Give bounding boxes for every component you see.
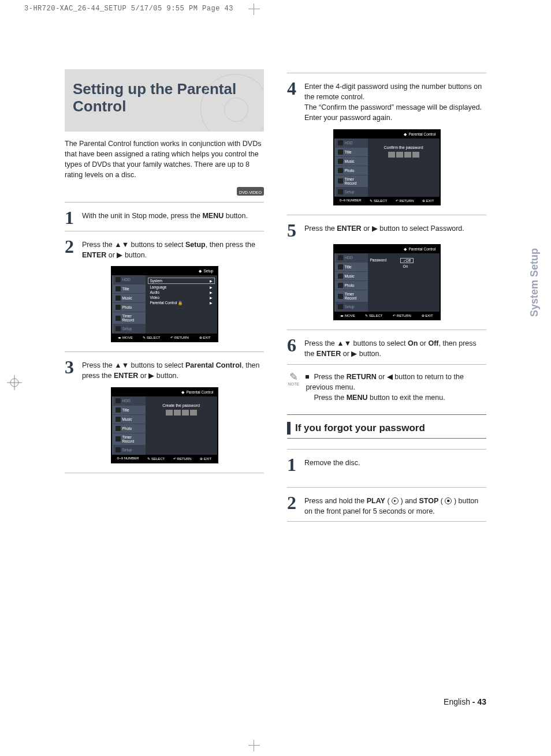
osd-option-on: On <box>400 264 414 269</box>
osd-password-toggle: ◆Parental Control HDD Title Music Photo … <box>333 244 441 320</box>
divider <box>287 449 486 450</box>
play-icon: ▸ <box>392 497 399 504</box>
step-6: 6 Press the ▲▼ buttons to select On or O… <box>287 337 486 359</box>
step-number: 2 <box>65 238 76 260</box>
crop-mark-bottom <box>248 740 260 751</box>
password-boxes <box>148 410 215 416</box>
osd-create-password: ◆Parental Control HDD Title Music Photo … <box>111 387 218 463</box>
step-number: 1 <box>65 209 76 226</box>
step-text: Press and hold the PLAY ( ▸ ) and STOP (… <box>304 495 486 517</box>
forgot-step-2: 2 Press and hold the PLAY ( ▸ ) and STOP… <box>287 495 486 517</box>
osd-option-label: Password <box>370 258 396 270</box>
step-3: 3 Press the ▲▼ buttons to select Parenta… <box>65 359 264 381</box>
step-1: 1 With the unit in Stop mode, press the … <box>65 209 264 226</box>
osd-main: System▶ Language▶ Audio▶ Video▶ Parental… <box>146 275 217 334</box>
note-icon: ✎ NOTE <box>287 372 300 386</box>
step-4: 4 Enter the 4-digit password using the n… <box>287 80 486 123</box>
divider <box>65 231 264 231</box>
step-number: 6 <box>287 337 299 359</box>
divider <box>287 521 486 522</box>
divider <box>287 330 486 330</box>
note-block: ✎ NOTE Press the RETURN or ◀ button to r… <box>287 372 486 403</box>
right-column: 4 Enter the 4-digit password using the n… <box>287 69 486 529</box>
step-text: Remove the disc. <box>304 456 360 473</box>
step-number: 5 <box>287 222 299 239</box>
crop-header: 3-HR720-XAC_26-44_SETUP 5/17/05 9:55 PM … <box>24 5 233 13</box>
step-number: 2 <box>287 495 299 517</box>
osd-option-off: ✓Off <box>400 258 414 263</box>
divider <box>65 473 264 473</box>
registration-mark-left <box>6 374 23 391</box>
page-content: Setting up the Parental Control The Pare… <box>65 69 486 529</box>
section-tab: System Setup <box>528 248 541 317</box>
step-text: Press the ▲▼ buttons to select On or Off… <box>304 337 486 359</box>
osd-sidebar: HDD Title Music Photo Timer Record Setup <box>112 275 146 334</box>
step-text: With the unit in Stop mode, press the ME… <box>82 209 248 226</box>
osd-prompt: Create the password <box>148 403 215 407</box>
page-number: English - 43 <box>444 697 486 706</box>
divider <box>65 351 264 352</box>
step-number: 3 <box>65 359 76 381</box>
divider-thick <box>287 414 486 415</box>
step-5: 5 Press the ENTER or ▶ button to select … <box>287 222 486 239</box>
divider <box>287 364 486 365</box>
divider <box>287 215 486 215</box>
step-text: Press the ▲▼ buttons to select Setup, th… <box>82 238 264 260</box>
heading-text: If you forgot your password <box>295 422 425 434</box>
forgot-step-1: 1 Remove the disc. <box>287 456 486 473</box>
dvd-video-badge: DVD-VIDEO <box>65 186 264 196</box>
title-block: Setting up the Parental Control <box>65 69 264 132</box>
step-text: Press the ENTER or ▶ button to select Pa… <box>304 222 464 239</box>
subsection-heading: If you forgot your password <box>287 422 486 435</box>
password-boxes <box>370 152 437 158</box>
divider <box>65 202 264 203</box>
intro-text: The Parental Control function works in c… <box>65 139 264 181</box>
step-number: 1 <box>287 456 299 473</box>
note-text: Press the RETURN or ◀ button to return t… <box>306 372 486 403</box>
step-text: Enter the 4-digit password using the num… <box>304 80 486 123</box>
osd-setup-menu: ◆Setup HDD Title Music Photo Timer Recor… <box>111 266 218 342</box>
osd-confirm-password: ◆Parental Control HDD Title Music Photo … <box>333 129 441 205</box>
step-number: 4 <box>287 80 299 123</box>
divider-thick <box>287 438 486 439</box>
osd-prompt: Confirm the password <box>370 145 437 149</box>
divider <box>287 73 486 73</box>
step-text: Press the ▲▼ buttons to select Parental … <box>82 359 264 381</box>
left-column: Setting up the Parental Control The Pare… <box>65 69 264 529</box>
stop-icon: ■ <box>445 497 452 504</box>
step-2: 2 Press the ▲▼ buttons to select Setup, … <box>65 238 264 260</box>
heading-bar <box>287 422 291 435</box>
divider <box>287 487 486 488</box>
crop-mark-top <box>248 3 260 15</box>
osd-footer: ◂▸ MOVE✎ SELECT↶ RETURN⊕ EXIT <box>112 334 217 341</box>
